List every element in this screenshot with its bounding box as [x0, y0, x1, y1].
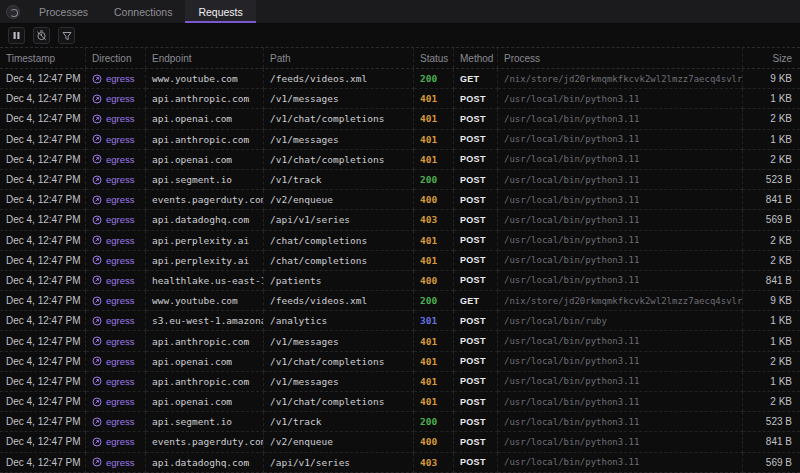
column-header-method[interactable]: Method [454, 48, 498, 68]
status-cell: 401 [414, 130, 454, 150]
method-cell: POST [454, 453, 498, 473]
timestamp-cell: Dec 4, 12:47 PM [0, 231, 86, 251]
column-header-status[interactable]: Status [414, 48, 454, 68]
table-row[interactable]: Dec 4, 12:47 PMegressapi.anthropic.com/v… [0, 331, 800, 351]
egress-icon [92, 397, 102, 407]
endpoint-cell: api.datadoghq.com [146, 210, 264, 230]
table-row[interactable]: Dec 4, 12:47 PMegressapi.openai.com/v1/c… [0, 352, 800, 372]
endpoint-cell: api.anthropic.com [146, 372, 264, 392]
size-cell: 2 KB [743, 392, 800, 412]
column-header-direction[interactable]: Direction [86, 48, 146, 68]
table-row[interactable]: Dec 4, 12:47 PMegressevents.pagerduty.co… [0, 190, 800, 210]
table-row[interactable]: Dec 4, 12:47 PMegressapi.anthropic.com/v… [0, 372, 800, 392]
egress-icon [92, 356, 102, 366]
egress-icon [92, 175, 102, 185]
filter-button[interactable] [58, 27, 75, 44]
tab-connections[interactable]: Connections [101, 0, 185, 23]
top-tab-bar: Processes Connections Requests [0, 0, 800, 24]
column-header-process[interactable]: Process [498, 48, 743, 68]
endpoint-cell: events.pagerduty.com [146, 190, 264, 210]
process-cell: /usr/local/bin/python3.11 [498, 210, 743, 230]
table-row[interactable]: Dec 4, 12:47 PMegresss3.eu-west-1.amazon… [0, 311, 800, 331]
egress-icon [92, 94, 102, 104]
size-cell: 569 B [743, 210, 800, 230]
app-logo[interactable] [0, 0, 26, 23]
direction-label: egress [106, 73, 135, 84]
table-row[interactable]: Dec 4, 12:47 PMegressapi.datadoghq.com/a… [0, 210, 800, 230]
table-row[interactable]: Dec 4, 12:47 PMegresshealthlake.us-east-… [0, 271, 800, 291]
table-row[interactable]: Dec 4, 12:47 PMegressapi.anthropic.com/v… [0, 130, 800, 150]
method-cell: POST [454, 331, 498, 351]
endpoint-cell: api.segment.io [146, 170, 264, 190]
path-cell: /chat/completions [264, 231, 414, 251]
table-row[interactable]: Dec 4, 12:47 PMegresswww.youtube.com/fee… [0, 69, 800, 89]
table-row[interactable]: Dec 4, 12:47 PMegressapi.perplexity.ai/c… [0, 251, 800, 271]
timer-off-button[interactable] [33, 27, 50, 44]
table-row[interactable]: Dec 4, 12:47 PMegressapi.segment.io/v1/t… [0, 170, 800, 190]
table-row[interactable]: Dec 4, 12:47 PMegressapi.datadoghq.com/a… [0, 453, 800, 473]
direction-label: egress [106, 396, 135, 407]
path-cell: /chat/completions [264, 251, 414, 271]
pause-button[interactable] [8, 27, 25, 44]
path-cell: /v1/messages [264, 331, 414, 351]
process-cell: /usr/local/bin/ruby [498, 311, 743, 331]
status-cell: 401 [414, 231, 454, 251]
direction-cell: egress [86, 271, 146, 291]
status-cell: 401 [414, 352, 454, 372]
egress-icon [92, 417, 102, 427]
column-header-endpoint[interactable]: Endpoint [146, 48, 264, 68]
column-header-path[interactable]: Path [264, 48, 414, 68]
size-cell: 841 B [743, 432, 800, 452]
table-row[interactable]: Dec 4, 12:47 PMegressapi.openai.com/v1/c… [0, 109, 800, 129]
table-row[interactable]: Dec 4, 12:47 PMegressapi.segment.io/v1/t… [0, 412, 800, 432]
timestamp-cell: Dec 4, 12:47 PM [0, 311, 86, 331]
egress-icon [92, 255, 102, 265]
process-cell: /usr/local/bin/python3.11 [498, 89, 743, 109]
status-cell: 403 [414, 453, 454, 473]
method-cell: POST [454, 432, 498, 452]
method-cell: POST [454, 150, 498, 170]
path-cell: /v1/track [264, 412, 414, 432]
direction-label: egress [106, 376, 135, 387]
size-cell: 9 KB [743, 69, 800, 89]
endpoint-cell: api.openai.com [146, 150, 264, 170]
direction-label: egress [106, 214, 135, 225]
direction-cell: egress [86, 311, 146, 331]
direction-cell: egress [86, 150, 146, 170]
process-cell: /usr/local/bin/python3.11 [498, 372, 743, 392]
path-cell: /v1/chat/completions [264, 150, 414, 170]
table-row[interactable]: Dec 4, 12:47 PMegresswww.youtube.com/fee… [0, 291, 800, 311]
method-cell: POST [454, 392, 498, 412]
direction-cell: egress [86, 231, 146, 251]
table-row[interactable]: Dec 4, 12:47 PMegressapi.perplexity.ai/c… [0, 231, 800, 251]
size-cell: 2 KB [743, 251, 800, 271]
process-cell: /usr/local/bin/python3.11 [498, 412, 743, 432]
column-header-timestamp[interactable]: Timestamp [0, 48, 86, 68]
path-cell: /v1/chat/completions [264, 392, 414, 412]
direction-cell: egress [86, 130, 146, 150]
direction-cell: egress [86, 69, 146, 89]
process-cell: /usr/local/bin/python3.11 [498, 271, 743, 291]
table-row[interactable]: Dec 4, 12:47 PMegressapi.openai.com/v1/c… [0, 150, 800, 170]
endpoint-cell: healthlake.us-east-1.ama... [146, 271, 264, 291]
tab-requests[interactable]: Requests [185, 0, 255, 23]
filter-icon [62, 31, 72, 41]
egress-icon [92, 235, 102, 245]
column-header-size[interactable]: Size [743, 48, 800, 68]
table-row[interactable]: Dec 4, 12:47 PMegressapi.anthropic.com/v… [0, 89, 800, 109]
endpoint-cell: s3.eu-west-1.amazonaws... [146, 311, 264, 331]
status-cell: 401 [414, 331, 454, 351]
status-cell: 200 [414, 412, 454, 432]
table-row[interactable]: Dec 4, 12:47 PMegressevents.pagerduty.co… [0, 432, 800, 452]
process-cell: /usr/local/bin/python3.11 [498, 109, 743, 129]
method-cell: POST [454, 412, 498, 432]
size-cell: 2 KB [743, 109, 800, 129]
direction-cell: egress [86, 109, 146, 129]
status-cell: 301 [414, 311, 454, 331]
timer-off-icon [36, 30, 47, 41]
table-row[interactable]: Dec 4, 12:47 PMegressapi.openai.com/v1/c… [0, 392, 800, 412]
tab-processes[interactable]: Processes [26, 0, 101, 23]
process-cell: /usr/local/bin/python3.11 [498, 231, 743, 251]
path-cell: /v1/chat/completions [264, 109, 414, 129]
endpoint-cell: api.openai.com [146, 109, 264, 129]
